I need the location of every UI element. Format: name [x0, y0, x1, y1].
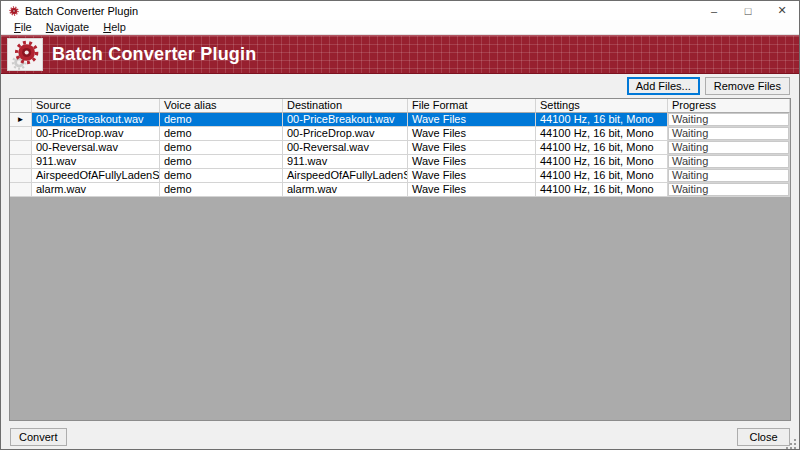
app-window: Batch Converter Plugin – □ ✕ File Naviga… [0, 0, 800, 450]
gear-icon [9, 40, 41, 70]
row-header [10, 169, 32, 183]
cell-settings[interactable]: 44100 Hz, 16 bit, Mono [536, 127, 668, 141]
cell-settings[interactable]: 44100 Hz, 16 bit, Mono [536, 141, 668, 155]
cell-voice-alias[interactable]: demo [160, 169, 283, 183]
menu-help-label: H [103, 21, 111, 33]
banner-title: Batch Converter Plugin [52, 44, 256, 65]
title-bar: Batch Converter Plugin – □ ✕ [1, 1, 799, 20]
cell-source[interactable]: AirspeedOfAFullyLadenSwallow-Mark... [32, 169, 160, 183]
cell-source[interactable]: 00-PriceDrop.wav [32, 127, 160, 141]
table-row[interactable]: AirspeedOfAFullyLadenSwallow-Mark... dem… [10, 169, 790, 183]
current-row-indicator-icon: ► [10, 113, 32, 127]
cell-voice-alias[interactable]: demo [160, 183, 283, 197]
minimize-button[interactable]: – [697, 1, 731, 20]
resize-grip-icon[interactable] [785, 438, 797, 450]
column-header-source[interactable]: Source [32, 99, 160, 113]
row-header [10, 183, 32, 197]
cell-progress: Waiting [668, 169, 790, 183]
file-table: Source Voice alias Destination File Form… [9, 98, 791, 421]
cell-source[interactable]: alarm.wav [32, 183, 160, 197]
menu-navigate-label: N [46, 21, 54, 33]
cell-progress: Waiting [668, 183, 790, 197]
maximize-button[interactable]: □ [731, 1, 765, 20]
close-window-button[interactable]: ✕ [765, 1, 799, 20]
cell-destination[interactable]: 00-PriceBreakout.wav [283, 113, 408, 127]
cell-settings[interactable]: 44100 Hz, 16 bit, Mono [536, 183, 668, 197]
cell-progress: Waiting [668, 155, 790, 169]
cell-progress: Waiting [668, 141, 790, 155]
window-title: Batch Converter Plugin [25, 5, 138, 17]
row-header [10, 155, 32, 169]
cell-source[interactable]: 00-PriceBreakout.wav [32, 113, 160, 127]
cell-destination[interactable]: 911.wav [283, 155, 408, 169]
table-row[interactable]: 00-Reversal.wav demo 00-Reversal.wav Wav… [10, 141, 790, 155]
table-row[interactable]: 911.wav demo 911.wav Wave Files 44100 Hz… [10, 155, 790, 169]
table-header-row: Source Voice alias Destination File Form… [10, 99, 790, 113]
cell-file-format[interactable]: Wave Files [408, 183, 536, 197]
cell-file-format[interactable]: Wave Files [408, 141, 536, 155]
cell-settings[interactable]: 44100 Hz, 16 bit, Mono [536, 155, 668, 169]
cell-voice-alias[interactable]: demo [160, 141, 283, 155]
cell-source[interactable]: 911.wav [32, 155, 160, 169]
row-header [10, 127, 32, 141]
cell-voice-alias[interactable]: demo [160, 155, 283, 169]
row-header-corner [10, 99, 32, 113]
row-header [10, 141, 32, 155]
cell-voice-alias[interactable]: demo [160, 127, 283, 141]
cell-file-format[interactable]: Wave Files [408, 169, 536, 183]
column-header-progress[interactable]: Progress [668, 99, 790, 113]
banner: Batch Converter Plugin [1, 35, 799, 74]
cell-file-format[interactable]: Wave Files [408, 113, 536, 127]
menu-bar: File Navigate Help [1, 20, 799, 35]
cell-file-format[interactable]: Wave Files [408, 127, 536, 141]
remove-files-button[interactable]: Remove Files [705, 77, 790, 95]
footer: Convert Close [1, 421, 799, 450]
column-header-destination[interactable]: Destination [283, 99, 408, 113]
toolbar: Add Files... Remove Files [1, 74, 799, 98]
close-button[interactable]: Close [737, 428, 790, 446]
cell-source[interactable]: 00-Reversal.wav [32, 141, 160, 155]
cell-destination[interactable]: 00-Reversal.wav [283, 141, 408, 155]
cell-settings[interactable]: 44100 Hz, 16 bit, Mono [536, 169, 668, 183]
column-header-voice-alias[interactable]: Voice alias [160, 99, 283, 113]
column-header-file-format[interactable]: File Format [408, 99, 536, 113]
cell-destination[interactable]: 00-PriceDrop.wav [283, 127, 408, 141]
window-controls: – □ ✕ [697, 1, 799, 20]
table-row[interactable]: 00-PriceDrop.wav demo 00-PriceDrop.wav W… [10, 127, 790, 141]
menu-file[interactable]: File [7, 20, 39, 34]
cell-voice-alias[interactable]: demo [160, 113, 283, 127]
app-gear-icon [8, 5, 20, 17]
add-files-button[interactable]: Add Files... [627, 77, 700, 95]
convert-button[interactable]: Convert [10, 428, 67, 446]
cell-progress: Waiting [668, 127, 790, 141]
table-row[interactable]: alarm.wav demo alarm.wav Wave Files 4410… [10, 183, 790, 197]
menu-help[interactable]: Help [96, 20, 133, 34]
cell-file-format[interactable]: Wave Files [408, 155, 536, 169]
cell-destination[interactable]: alarm.wav [283, 183, 408, 197]
menu-navigate[interactable]: Navigate [39, 20, 96, 34]
cell-destination[interactable]: AirspeedOfAFullyLadenSwallow-Mark... [283, 169, 408, 183]
grid-container: Source Voice alias Destination File Form… [9, 98, 791, 421]
menu-file-label: F [14, 21, 21, 33]
cell-settings[interactable]: 44100 Hz, 16 bit, Mono [536, 113, 668, 127]
column-header-settings[interactable]: Settings [536, 99, 668, 113]
banner-logo-box [7, 38, 43, 71]
cell-progress: Waiting [668, 113, 790, 127]
table-row[interactable]: ► 00-PriceBreakout.wav demo 00-PriceBrea… [10, 113, 790, 127]
